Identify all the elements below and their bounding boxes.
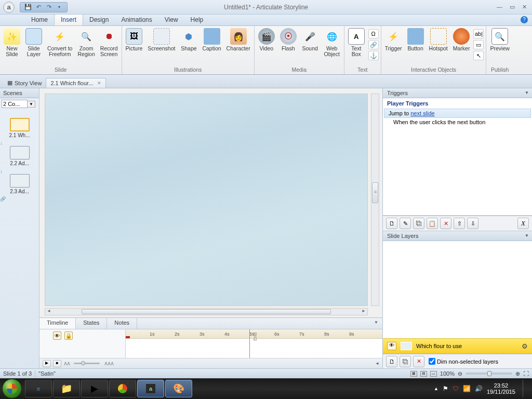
close-tab-icon[interactable]: ✕ <box>97 81 101 86</box>
move-down-icon[interactable]: ⇩ <box>467 218 478 229</box>
app-menu-button[interactable]: a <box>0 0 18 15</box>
symbol-button[interactable]: Ω <box>368 29 379 38</box>
start-button[interactable] <box>2 379 22 398</box>
tab-design[interactable]: Design <box>83 15 115 25</box>
slide-layers-header[interactable]: Slide Layers▼ <box>383 231 532 241</box>
new-slide-button[interactable]: ✨New Slide <box>2 27 22 65</box>
variables-button[interactable]: X <box>517 218 529 229</box>
view-mode-3-icon[interactable]: ▭ <box>430 371 437 377</box>
new-layer-icon[interactable]: 🗋 <box>386 356 397 367</box>
redo-icon[interactable]: ↷ <box>45 4 52 11</box>
mouse-button[interactable]: ↖ <box>473 51 484 60</box>
notes-tab[interactable]: Notes <box>107 318 137 329</box>
flag-icon[interactable]: ⚑ <box>443 385 448 392</box>
timeline-scroll-left-icon[interactable]: ◄ <box>375 361 379 366</box>
new-trigger-icon[interactable]: 🗋 <box>386 218 397 229</box>
minimize-button[interactable]: — <box>497 4 502 10</box>
taskbar-clock[interactable]: 23:52 19/11/2015 <box>487 382 515 395</box>
tab-insert[interactable]: Insert <box>54 14 83 25</box>
hotspot-button[interactable]: Hotspot <box>428 27 449 65</box>
taskbar-chrome[interactable] <box>109 380 136 397</box>
scroll-right-icon[interactable]: ► <box>360 309 367 313</box>
triggers-dropdown-icon[interactable]: ▼ <box>525 90 529 95</box>
play-button[interactable]: ▶ <box>43 360 51 367</box>
triggers-header[interactable]: Triggers▼ <box>383 88 532 98</box>
show-desktop-button[interactable] <box>523 380 528 397</box>
lock-toggle-icon[interactable]: 🔒 <box>64 331 73 340</box>
zoom-in-icon[interactable]: ∧∧∧ <box>104 360 113 367</box>
picture-button[interactable]: 🖼Picture <box>124 27 144 65</box>
zoom-in-button[interactable]: ⊕ <box>515 370 520 377</box>
preview-button[interactable]: 🔍Preview <box>488 27 511 65</box>
scene-thumb-3[interactable]: 2.3 Ad... <box>0 174 39 194</box>
delete-layer-icon[interactable]: ✕ <box>413 356 424 367</box>
record-screen-button[interactable]: ⏺Record Screen <box>99 27 119 65</box>
data-entry-button[interactable]: ab| <box>473 29 484 38</box>
view-mode-1-icon[interactable]: ▦ <box>410 371 417 377</box>
help-icon[interactable]: ? <box>521 16 528 23</box>
scene-selector-input[interactable] <box>2 100 28 108</box>
zoom-slider[interactable] <box>466 373 512 375</box>
slide-tab[interactable]: 2.1 Which flour...✕ <box>46 78 106 88</box>
timeline-ruler[interactable]: 1s 2s 3s 4s 5s 6s 7s 8s 9s End <box>126 329 382 358</box>
scene-selector-dropdown-icon[interactable]: ▼ <box>28 101 35 108</box>
zoom-out-button[interactable]: ⊖ <box>458 370 462 377</box>
screenshot-button[interactable]: Screenshot <box>146 27 177 65</box>
undo-icon[interactable]: ↶ <box>35 4 42 11</box>
shape-button[interactable]: ⬢Shape <box>179 27 198 65</box>
scene-thumb-1[interactable]: 2.1 Wh... <box>0 118 39 138</box>
layers-dropdown-icon[interactable]: ▼ <box>525 233 529 238</box>
duplicate-layer-icon[interactable]: ⿻ <box>400 356 411 367</box>
move-up-icon[interactable]: ⇧ <box>454 218 465 229</box>
vertical-scrollbar[interactable] <box>371 94 379 306</box>
save-icon[interactable]: 💾 <box>24 4 32 11</box>
scroll-left-icon[interactable]: ◄ <box>45 309 52 313</box>
scene-selector[interactable]: ▼ <box>2 100 37 108</box>
zoom-out-icon[interactable]: ∧∧ <box>63 360 70 367</box>
network-icon[interactable]: 📶 <box>463 385 471 392</box>
stop-button[interactable]: ■ <box>53 360 61 367</box>
trigger-button[interactable]: ⚡Trigger <box>383 27 404 65</box>
caption-button[interactable]: Caption <box>201 27 222 65</box>
qat-dropdown-icon[interactable]: ▾ <box>56 4 63 11</box>
character-button[interactable]: 👩Character <box>225 27 252 65</box>
paste-trigger-icon[interactable]: 📋 <box>427 218 438 229</box>
tab-view[interactable]: View <box>158 15 184 25</box>
trigger-target-link[interactable]: next slide <box>410 110 434 116</box>
slide-canvas[interactable] <box>45 94 368 306</box>
story-view-tab[interactable]: ▦Story View <box>3 78 46 88</box>
layer-visibility-icon[interactable]: 👁 <box>387 342 396 350</box>
timeline-collapse-icon[interactable]: ▼ <box>370 318 382 329</box>
taskbar-explorer[interactable]: 📁 <box>53 380 80 397</box>
states-tab[interactable]: States <box>76 318 107 329</box>
edit-trigger-icon[interactable]: ✎ <box>400 218 411 229</box>
tray-overflow-icon[interactable]: ▲ <box>434 386 438 391</box>
layer-settings-icon[interactable]: ⚙ <box>522 342 528 350</box>
tab-animations[interactable]: Animations <box>115 15 158 25</box>
video-button[interactable]: 🎬Video <box>257 27 276 65</box>
view-mode-2-icon[interactable]: ▤ <box>420 371 427 377</box>
timeline-tab[interactable]: Timeline <box>39 318 76 329</box>
volume-icon[interactable]: 🔊 <box>475 385 483 392</box>
base-layer-row[interactable]: 👁 Which flour to use ⚙ <box>383 338 532 354</box>
scene-thumb-2[interactable]: 2.2 Ad... <box>0 146 39 166</box>
close-button[interactable]: ✕ <box>522 4 527 10</box>
horizontal-scrollbar[interactable]: ◄ ► <box>45 308 368 315</box>
marker-button[interactable]: Marker <box>451 27 472 65</box>
copy-trigger-icon[interactable]: ⿻ <box>413 218 424 229</box>
tab-help[interactable]: Help <box>184 15 210 25</box>
reference-button[interactable]: 🔗 <box>368 40 379 49</box>
sound-button[interactable]: 🎤Sound <box>300 27 320 65</box>
taskbar-paint[interactable]: 🎨 <box>165 380 192 397</box>
convert-freeform-button[interactable]: ⚡Convert to Freeform <box>46 27 74 65</box>
button-button[interactable]: Button <box>406 27 425 65</box>
fit-window-icon[interactable]: ⛶ <box>523 370 529 377</box>
delete-trigger-icon[interactable]: ✕ <box>440 218 451 229</box>
hyperlink-button[interactable]: ⚓ <box>368 51 379 60</box>
security-icon[interactable]: 🛡 <box>453 385 459 392</box>
text-box-button[interactable]: AText Box <box>347 27 366 65</box>
dim-layers-checkbox[interactable]: Dim non-selected layers <box>429 358 498 365</box>
flash-button[interactable]: ⦿Flash <box>278 27 298 65</box>
slide-layer-button[interactable]: Slide Layer <box>24 27 44 65</box>
playhead-icon[interactable] <box>126 336 130 339</box>
